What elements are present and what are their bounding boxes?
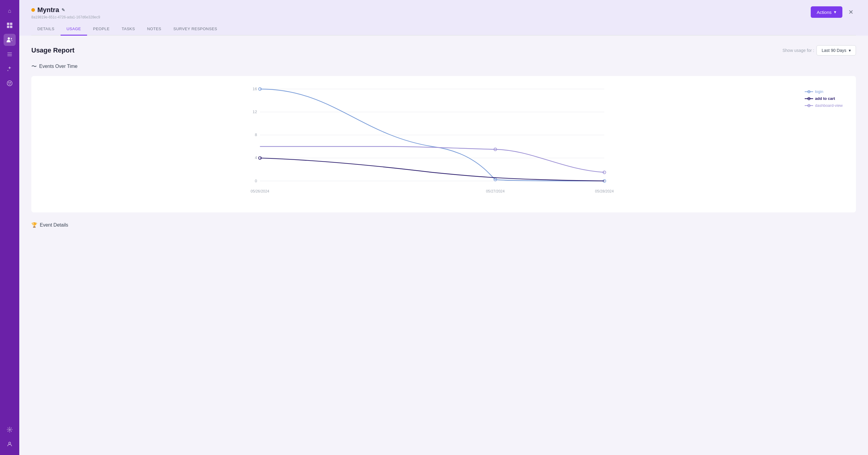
- svg-point-10: [10, 82, 11, 83]
- event-details-section-title: 🏆 Event Details: [31, 222, 856, 228]
- status-indicator: [31, 8, 35, 12]
- header: Myntra ✎ 8a19819e-651c-4726-ada1-167d6e3…: [19, 0, 868, 36]
- sidebar: ⌂: [0, 0, 19, 455]
- svg-text:12: 12: [253, 110, 257, 114]
- svg-text:05/28/2024: 05/28/2024: [595, 189, 614, 193]
- sidebar-item-list[interactable]: [4, 48, 16, 60]
- navigation-tabs: DETAILS USAGE PEOPLE TASKS NOTES SURVEY …: [31, 23, 856, 36]
- sidebar-item-user-profile[interactable]: [4, 438, 16, 450]
- company-name: Myntra: [37, 6, 59, 14]
- actions-label: Actions: [817, 10, 832, 15]
- svg-rect-5: [7, 53, 12, 53]
- tab-usage[interactable]: USAGE: [61, 23, 87, 36]
- edit-icon[interactable]: ✎: [61, 7, 65, 12]
- chart-container: login add to cart da: [31, 76, 856, 212]
- content-header: Usage Report Show usage for : Last 90 Da…: [31, 45, 856, 56]
- legend-login-label: login: [815, 89, 823, 94]
- legend-login: login: [805, 89, 843, 94]
- dropdown-chevron-icon: ▾: [849, 48, 851, 53]
- actions-chevron-icon: ▾: [834, 9, 836, 15]
- tab-people[interactable]: PEOPLE: [87, 23, 116, 36]
- events-icon: 〜: [31, 63, 37, 70]
- usage-filter-section: Show usage for : Last 90 Days ▾: [782, 45, 856, 56]
- main-content: Myntra ✎ 8a19819e-651c-4726-ada1-167d6e3…: [19, 0, 868, 455]
- sidebar-item-emoji[interactable]: [4, 77, 16, 89]
- header-title-section: Myntra ✎ 8a19819e-651c-4726-ada1-167d6e3…: [31, 6, 100, 19]
- content-area: Usage Report Show usage for : Last 90 Da…: [19, 36, 868, 455]
- chart-svg: 16 12 8 4 0: [38, 83, 849, 204]
- time-filter-dropdown[interactable]: Last 90 Days ▾: [816, 45, 856, 56]
- header-actions: Actions ▾ ✕: [811, 6, 856, 18]
- svg-text:05/27/2024: 05/27/2024: [486, 189, 504, 193]
- svg-rect-2: [7, 26, 9, 28]
- header-title: Myntra ✎: [31, 6, 100, 14]
- sidebar-item-people[interactable]: [4, 34, 16, 46]
- svg-text:05/26/2024: 05/26/2024: [251, 189, 270, 193]
- svg-point-9: [9, 82, 9, 83]
- svg-rect-6: [7, 54, 12, 55]
- show-usage-label: Show usage for :: [782, 48, 814, 53]
- tab-survey-responses[interactable]: SURVEY RESPONSES: [167, 23, 223, 36]
- legend-dashboard-view: dashboard-view: [805, 103, 843, 108]
- actions-button[interactable]: Actions ▾: [811, 6, 842, 18]
- filter-value: Last 90 Days: [822, 48, 846, 53]
- page-title: Usage Report: [31, 47, 74, 54]
- tab-details[interactable]: DETAILS: [31, 23, 61, 36]
- svg-rect-0: [7, 23, 9, 25]
- sidebar-item-magic[interactable]: [4, 63, 16, 75]
- svg-point-11: [9, 429, 10, 431]
- section-label: Events Over Time: [39, 64, 78, 69]
- event-details-label: Event Details: [40, 222, 68, 228]
- svg-text:0: 0: [255, 179, 257, 183]
- svg-point-4: [8, 37, 10, 39]
- svg-text:16: 16: [253, 87, 257, 91]
- close-button[interactable]: ✕: [846, 6, 856, 18]
- tab-tasks[interactable]: TASKS: [116, 23, 141, 36]
- sidebar-item-dashboard[interactable]: [4, 19, 16, 31]
- legend-add-to-cart-label: add to cart: [815, 96, 835, 101]
- company-id: 8a19819e-651c-4726-ada1-167d6e328ec9: [31, 15, 100, 19]
- events-over-time-section-title: 〜 Events Over Time: [31, 63, 856, 70]
- chart-legend: login add to cart da: [805, 89, 843, 108]
- svg-rect-7: [7, 56, 12, 56]
- svg-rect-3: [10, 26, 12, 28]
- svg-text:8: 8: [255, 133, 257, 137]
- svg-point-12: [9, 442, 11, 444]
- legend-dashboard-view-label: dashboard-view: [815, 103, 843, 108]
- svg-text:4: 4: [255, 155, 257, 160]
- sidebar-item-settings[interactable]: [4, 424, 16, 436]
- tab-notes[interactable]: NOTES: [141, 23, 167, 36]
- svg-point-8: [7, 81, 12, 86]
- legend-add-to-cart: add to cart: [805, 96, 843, 101]
- sidebar-item-home[interactable]: ⌂: [4, 5, 16, 17]
- trophy-icon: 🏆: [31, 222, 37, 228]
- svg-rect-1: [10, 23, 12, 25]
